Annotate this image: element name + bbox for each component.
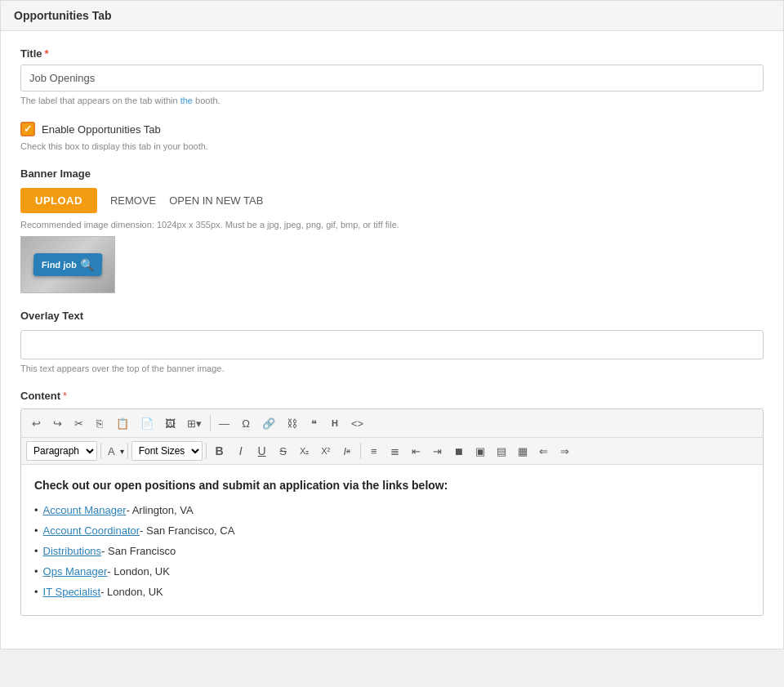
list-item: Account Manager - Arlington, VA xyxy=(34,502,750,520)
paste-text-button[interactable]: 📄 xyxy=(136,413,158,433)
banner-preview: Find job 🔍 xyxy=(20,236,115,293)
outdent-button[interactable]: ⇤ xyxy=(407,441,426,461)
font-size-select[interactable]: Font Sizes xyxy=(131,441,203,461)
remove-format-button[interactable]: Ix xyxy=(337,441,357,461)
toolbar-sep-2 xyxy=(100,443,101,459)
blockquote-button[interactable]: ❝ xyxy=(304,413,323,433)
list-item: Distributions - San Francisco xyxy=(34,543,750,560)
rtl-button[interactable]: ⇐ xyxy=(534,441,554,461)
title-hint: The label that appears on the tab within… xyxy=(20,96,764,105)
unlink-button[interactable]: ⛓ xyxy=(282,413,302,433)
banner-image-group: Banner Image UPLOAD REMOVE OPEN IN NEW T… xyxy=(20,167,764,293)
list-item: IT Specialist - London, UK xyxy=(34,584,750,601)
editor-toolbar-bottom: Paragraph A ▾ Font Sizes B I U S X₂ X² xyxy=(21,438,763,465)
title-input[interactable] xyxy=(20,65,764,91)
page-container: Opportunities Tab Title * The label that… xyxy=(0,0,784,649)
overlay-text-input[interactable] xyxy=(20,330,764,359)
it-specialist-link[interactable]: IT Specialist xyxy=(43,584,101,601)
superscript-button[interactable]: X² xyxy=(316,441,336,461)
title-field-group: Title * The label that appears on the ta… xyxy=(20,47,764,105)
paragraph-select[interactable]: Paragraph xyxy=(26,441,97,461)
paste-button[interactable]: 📋 xyxy=(111,413,134,433)
content-field-group: Content * ↩ ↪ ✂ ⎘ 📋 📄 🖼 ⊞▾ — Ω 🔗 xyxy=(20,390,764,616)
indent-button[interactable]: ⇥ xyxy=(428,441,448,461)
ordered-list-button[interactable]: ≣ xyxy=(385,441,405,461)
toolbar-sep-3 xyxy=(127,443,128,459)
font-color-icon: A xyxy=(105,443,118,460)
content-label: Content xyxy=(20,390,60,402)
title-label: Title * xyxy=(20,47,764,60)
enable-checkbox[interactable] xyxy=(20,122,35,136)
link-button[interactable]: 🔗 xyxy=(257,413,280,433)
source-button[interactable]: <> xyxy=(346,413,368,433)
toolbar-sep-1 xyxy=(210,415,211,431)
content-required-star: * xyxy=(63,390,67,402)
open-new-tab-button[interactable]: OPEN IN NEW TAB xyxy=(169,194,263,207)
toolbar-sep-5 xyxy=(360,443,361,459)
underline-button[interactable]: U xyxy=(252,441,272,461)
account-coordinator-link[interactable]: Account Coordinator xyxy=(43,523,140,540)
editor-container: ↩ ↪ ✂ ⎘ 📋 📄 🖼 ⊞▾ — Ω 🔗 ⛓ ❝ H <> xyxy=(20,408,764,616)
cut-button[interactable]: ✂ xyxy=(69,413,88,433)
insert-image-button[interactable]: 🖼 xyxy=(160,413,180,433)
italic-button[interactable]: I xyxy=(231,441,251,461)
list-item: Account Coordinator - San Francisco, CA xyxy=(34,523,750,540)
align-left-button[interactable]: ⬛︎ xyxy=(449,441,469,461)
ltr-button[interactable]: ⇒ xyxy=(555,441,575,461)
editor-heading: Check out our open positions and submit … xyxy=(34,476,750,494)
page-title: Opportunities Tab xyxy=(14,9,112,22)
page-header: Opportunities Tab xyxy=(1,1,783,31)
enable-checkbox-group: Enable Opportunities Tab Check this box … xyxy=(20,122,764,151)
content-label-row: Content * xyxy=(20,390,764,402)
align-justify-button[interactable]: ▦ xyxy=(513,441,532,461)
align-right-button[interactable]: ▤ xyxy=(492,441,511,461)
ops-manager-link[interactable]: Ops Manager xyxy=(43,564,108,581)
list-item: Ops Manager - London, UK xyxy=(34,564,750,581)
banner-buttons: UPLOAD REMOVE OPEN IN NEW TAB xyxy=(20,188,764,213)
banner-label: Banner Image xyxy=(20,167,764,180)
overlay-label: Overlay Text xyxy=(20,310,764,322)
find-replace-button[interactable]: H xyxy=(325,413,345,433)
job-list: Account Manager - Arlington, VA Account … xyxy=(34,502,750,600)
overlay-text-group: Overlay Text This text appears over the … xyxy=(20,310,764,373)
enable-checkbox-row: Enable Opportunities Tab xyxy=(20,122,764,136)
unordered-list-button[interactable]: ≡ xyxy=(364,441,384,461)
content-area: Title * The label that appears on the ta… xyxy=(1,31,783,649)
hr-button[interactable]: — xyxy=(214,413,234,433)
upload-button[interactable]: UPLOAD xyxy=(20,188,97,213)
editor-content[interactable]: Check out our open positions and submit … xyxy=(21,465,763,615)
distributions-link[interactable]: Distributions xyxy=(43,543,102,560)
subscript-button[interactable]: X₂ xyxy=(295,441,314,461)
redo-button[interactable]: ↪ xyxy=(47,413,67,433)
title-required-star: * xyxy=(45,47,49,60)
font-color-dropdown[interactable]: ▾ xyxy=(120,447,124,456)
align-center-button[interactable]: ▣ xyxy=(470,441,490,461)
banner-hint: Recommended image dimension: 1024px x 35… xyxy=(20,220,764,230)
remove-button[interactable]: REMOVE xyxy=(110,194,156,207)
overlay-hint: This text appears over the top of the ba… xyxy=(20,364,764,373)
copy-button[interactable]: ⎘ xyxy=(90,413,109,433)
toolbar-sep-4 xyxy=(206,443,207,459)
strikethrough-button[interactable]: S xyxy=(274,441,293,461)
special-char-button[interactable]: Ω xyxy=(236,413,256,433)
enable-checkbox-label: Enable Opportunities Tab xyxy=(42,123,161,136)
undo-button[interactable]: ↩ xyxy=(26,413,46,433)
banner-key-visual: Find job 🔍 xyxy=(33,253,103,276)
account-manager-link[interactable]: Account Manager xyxy=(43,502,127,520)
banner-preview-inner: Find job 🔍 xyxy=(21,237,114,292)
editor-toolbar-top: ↩ ↪ ✂ ⎘ 📋 📄 🖼 ⊞▾ — Ω 🔗 ⛓ ❝ H <> xyxy=(21,409,763,438)
enable-hint: Check this box to display this tab in yo… xyxy=(20,141,764,151)
bold-button[interactable]: B xyxy=(210,441,229,461)
table-button[interactable]: ⊞▾ xyxy=(182,413,207,433)
